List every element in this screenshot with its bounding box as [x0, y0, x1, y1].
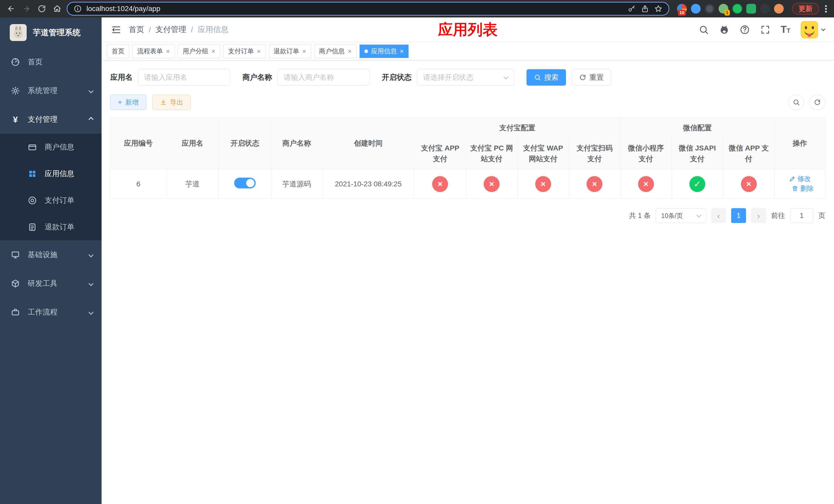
sidebar-item-home[interactable]: 首页	[0, 48, 102, 76]
sidebar-fold-icon[interactable]	[111, 24, 122, 35]
refresh-table-button[interactable]	[809, 94, 825, 110]
password-key-icon[interactable]	[627, 4, 636, 13]
text-size-icon[interactable]: TT	[781, 24, 790, 35]
close-icon[interactable]: ×	[257, 48, 261, 54]
logo-avatar-icon	[10, 24, 27, 41]
url-bar[interactable]: localhost:1024/pay/app	[67, 2, 670, 16]
reload-icon[interactable]	[36, 3, 48, 15]
search-icon[interactable]	[699, 25, 709, 35]
status-select-placeholder: 请选择开启状态	[423, 72, 474, 82]
cell-merchant: 芋道源码	[271, 169, 322, 199]
breadcrumb-separator: /	[191, 25, 193, 34]
sidebar-item-payment[interactable]: ¥ 支付管理	[0, 105, 102, 134]
gear-icon	[11, 86, 20, 95]
tab-label: 应用信息	[371, 47, 397, 55]
cell-wx-jsapi: ✓	[672, 169, 723, 199]
group-header-wechat: 微信配置	[620, 118, 775, 138]
sidebar-item-refund-orders[interactable]: 退款订单	[0, 214, 102, 240]
user-avatar[interactable]	[801, 21, 818, 39]
cell-status	[219, 169, 271, 199]
home-icon[interactable]	[51, 3, 63, 15]
col-header-alipay-qr: 支付宝扫码支付	[569, 138, 620, 169]
refresh-icon	[579, 74, 586, 81]
payment-submenu: 商户信息 应用信息 支付订单 退款订单	[0, 134, 102, 240]
app-logo[interactable]: 芋道管理系统	[0, 18, 102, 48]
extension-icon[interactable]: 10	[677, 4, 687, 14]
url-text[interactable]: localhost:1024/pay/app	[86, 5, 623, 13]
sidebar-item-infra[interactable]: 基础设施	[0, 240, 102, 269]
extension-icon[interactable]	[760, 4, 770, 14]
cell-wx-app: ×	[723, 169, 774, 199]
sidebar-item-label: 工作流程	[28, 307, 58, 317]
enabled-check-icon: ✓	[689, 176, 705, 192]
page-title: 应用列表	[438, 20, 498, 40]
sidebar-item-label: 基础设施	[28, 250, 58, 260]
export-button[interactable]: 导出	[152, 95, 191, 110]
sidebar-item-pay-orders[interactable]: 支付订单	[0, 187, 102, 214]
breadcrumb-home[interactable]: 首页	[129, 24, 144, 35]
cell-app-id: 6	[111, 169, 167, 199]
tab-process-form[interactable]: 流程表单 ×	[132, 45, 175, 58]
reset-button[interactable]: 重置	[572, 69, 611, 86]
tab-pay-orders[interactable]: 支付订单 ×	[223, 45, 265, 58]
extension-icon[interactable]	[732, 4, 742, 14]
chrome-update-button[interactable]: 更新	[792, 3, 819, 15]
sidebar-item-label: 研发工具	[28, 278, 58, 289]
extension-icon[interactable]	[746, 4, 756, 14]
user-menu[interactable]	[801, 21, 825, 39]
edit-link[interactable]: 修改	[789, 174, 811, 183]
download-icon	[160, 99, 167, 106]
share-icon[interactable]	[640, 4, 650, 13]
extension-icon[interactable]	[691, 4, 701, 14]
tab-label: 商户信息	[319, 47, 345, 55]
sidebar-item-app-info[interactable]: 应用信息	[0, 160, 102, 187]
tab-refund-orders[interactable]: 退款订单 ×	[269, 45, 311, 58]
tab-label: 退款订单	[273, 47, 299, 55]
close-icon[interactable]: ×	[348, 48, 352, 54]
delete-link[interactable]: 删除	[792, 184, 814, 193]
disabled-cross-icon: ×	[432, 176, 448, 192]
next-page-button[interactable]: ›	[751, 208, 766, 223]
page-size-select[interactable]: 10条/页	[656, 208, 706, 223]
close-icon[interactable]: ×	[400, 48, 404, 54]
merchant-name-input[interactable]	[277, 69, 370, 86]
extension-icon[interactable]	[705, 4, 715, 14]
sidebar-item-devtools[interactable]: 研发工具	[0, 269, 102, 298]
close-icon[interactable]: ×	[302, 48, 306, 54]
breadcrumb-section[interactable]: 支付管理	[155, 24, 186, 35]
goto-page-input[interactable]	[790, 208, 813, 223]
profile-avatar[interactable]	[774, 4, 784, 14]
help-icon[interactable]	[740, 25, 750, 35]
close-icon[interactable]: ×	[211, 48, 215, 54]
sidebar-item-merchant-info[interactable]: 商户信息	[0, 134, 102, 160]
search-button[interactable]: 搜索	[527, 69, 566, 86]
app-name-input[interactable]	[138, 69, 230, 86]
chrome-menu-icon[interactable]	[823, 4, 829, 14]
close-icon[interactable]: ×	[166, 48, 170, 54]
tab-user-group[interactable]: 用户分组 ×	[178, 45, 220, 58]
col-header-status: 开启状态	[219, 118, 271, 169]
tab-app-info[interactable]: 应用信息 ×	[359, 45, 409, 58]
toggle-search-button[interactable]	[788, 94, 804, 110]
page-number-button[interactable]: 1	[731, 208, 746, 223]
tab-merchant-info[interactable]: 商户信息 ×	[314, 45, 356, 58]
github-icon[interactable]	[719, 25, 729, 35]
sidebar-item-system[interactable]: 系统管理	[0, 76, 102, 105]
col-header-actions: 操作	[774, 118, 825, 169]
sidebar-item-label: 系统管理	[28, 86, 58, 96]
status-toggle[interactable]	[234, 178, 256, 188]
document-icon	[28, 223, 37, 232]
prev-page-button[interactable]: ‹	[711, 208, 726, 223]
tab-home[interactable]: 首页	[107, 45, 129, 58]
page-info-icon[interactable]	[73, 4, 82, 13]
bookmark-star-icon[interactable]	[654, 4, 663, 13]
fullscreen-icon[interactable]	[760, 25, 770, 35]
disabled-cross-icon: ×	[741, 176, 757, 192]
forward-icon[interactable]	[21, 3, 32, 15]
sidebar-item-workflow[interactable]: 工作流程	[0, 298, 102, 327]
extension-icon[interactable]: 1	[719, 4, 728, 14]
back-icon[interactable]	[5, 3, 17, 15]
add-button[interactable]: + 新增	[110, 95, 146, 110]
status-label: 开启状态	[382, 72, 412, 83]
status-select[interactable]: 请选择开启状态	[417, 69, 514, 86]
